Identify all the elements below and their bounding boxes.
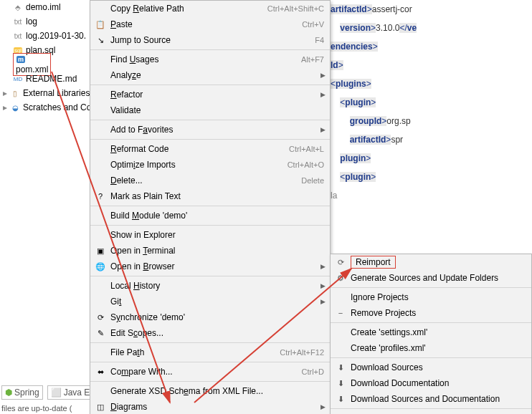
submenu-show-effective-pom[interactable]: Show Effective POM	[331, 410, 531, 414]
chevron-right-icon: ▶	[320, 403, 326, 410]
menu-git[interactable]: Git▶	[90, 294, 330, 309]
menu-label: Open in Terminal	[110, 246, 324, 256]
menu-label: Add to Favorites	[110, 125, 324, 135]
menu-open-in-terminal[interactable]: ▣Open in Terminal	[90, 243, 330, 259]
menu-delete-[interactable]: Delete...Delete	[90, 173, 330, 188]
tree-label: log	[26, 16, 37, 27]
shortcut: Ctrl+Alt+L	[289, 145, 324, 153]
submenu-label: Generate Sources and Update Folders	[351, 273, 498, 283]
menu-local-history[interactable]: Local History▶	[90, 278, 330, 294]
chevron-right-icon: ▶	[320, 282, 326, 289]
maven-submenu[interactable]: ⟳Reimport⚙Generate Sources and Update Fo…	[330, 254, 532, 414]
open-in-terminal-icon: ▣	[95, 246, 106, 256]
tree-label: README.md	[26, 74, 77, 84]
submenu-download-sources[interactable]: ⬇Download Sources	[331, 360, 531, 375]
tree-file-README.md[interactable]: MDREADME.md	[0, 72, 104, 86]
status-spring[interactable]: ⬢Spring	[1, 385, 43, 400]
menu-generate-xsd-schema-from-xml-file-[interactable]: Generate XSD Schema from XML File...	[90, 383, 330, 399]
submenu-label: Ignore Projects	[351, 292, 409, 302]
submenu-label: Download Sources and Documentation	[351, 394, 500, 404]
menu-edit-scopes-[interactable]: ✎Edit Scopes...	[90, 325, 330, 341]
shortcut: Ctrl+D	[302, 367, 324, 376]
submenu-icon: −	[335, 309, 346, 317]
submenu-generate-sources-and-update-folders[interactable]: ⚙Generate Sources and Update Folders	[331, 270, 531, 286]
shortcut: Alt+F7	[301, 55, 324, 64]
chevron-right-icon: ▸	[3, 88, 7, 98]
menu-label: Open in Browser	[110, 261, 324, 271]
edit-scopes--icon: ✎	[95, 329, 106, 338]
submenu-remove-projects[interactable]: −Remove Projects	[331, 305, 531, 321]
submenu-icon: ⬇	[335, 363, 346, 372]
submenu-label: Download Documentation	[351, 378, 449, 388]
tree-root-Scratches-and-Cons[interactable]: ▸◒Scratches and Cons	[0, 100, 104, 115]
menu-optimize-imports[interactable]: Optimize ImportsCtrl+Alt+O	[90, 157, 330, 173]
menu-label: Refactor	[110, 90, 324, 100]
shortcut: Ctrl+Alt+O	[288, 160, 324, 169]
compare-with--icon: ⬌	[95, 367, 106, 377]
menu-label: Find Usages	[110, 54, 301, 64]
tree-label: External Libraries	[23, 88, 90, 98]
menu-label: File Path	[110, 347, 280, 357]
tree-label: pom.xml	[16, 64, 48, 74]
menu-jump-to-source[interactable]: ↘Jump to SourceF4	[90, 32, 330, 48]
menu-validate[interactable]: Validate	[90, 102, 330, 118]
menu-label: Git	[110, 297, 324, 307]
tree-label: log.2019-01-30.	[26, 31, 86, 41]
menu-file-path[interactable]: File PathCtrl+Alt+F12	[90, 345, 330, 360]
menu-label: Reformat Code	[110, 144, 289, 154]
menu-copy-relative-path[interactable]: Copy Relative PathCtrl+Alt+Shift+C	[90, 1, 330, 16]
menu-analyze[interactable]: Analyze▶	[90, 67, 330, 83]
menu-label: Generate XSD Schema from XML File...	[110, 386, 324, 396]
menu-find-usages[interactable]: Find UsagesAlt+F7	[90, 52, 330, 67]
submenu-download-sources-and-documentation[interactable]: ⬇Download Sources and Documentation	[331, 391, 531, 407]
tree-file-log[interactable]: txtlog	[0, 14, 104, 29]
menu-show-in-explorer[interactable]: Show in Explorer	[90, 227, 330, 243]
md-icon: MD	[13, 74, 23, 84]
submenu-download-documentation[interactable]: ⬇Download Documentation	[331, 375, 531, 391]
menu-open-in-browser[interactable]: 🌐Open in Browser▶	[90, 259, 330, 274]
submenu-label: Create 'settings.xml'	[351, 327, 427, 337]
menu-paste[interactable]: 📋PasteCtrl+V	[90, 16, 330, 32]
submenu-reimport[interactable]: ⟳Reimport	[331, 254, 531, 270]
diagrams-icon: ◫	[95, 403, 106, 412]
submenu-icon: ⚙	[335, 274, 346, 283]
project-tree[interactable]: ⬘demo.imltxtlogtxtlog.2019-01-30.sqlplan…	[0, 0, 104, 387]
tree-file-log.2019-01-30.[interactable]: txtlog.2019-01-30.	[0, 29, 104, 43]
shortcut: Ctrl+Alt+F12	[280, 348, 324, 357]
menu-label: Copy Relative Path	[110, 4, 267, 14]
submenu-label: Download Sources	[351, 362, 423, 372]
context-menu[interactable]: Copy Relative PathCtrl+Alt+Shift+C📋Paste…	[90, 0, 331, 414]
menu-label: Synchronize 'demo'	[110, 312, 324, 322]
log-icon: txt	[13, 16, 23, 27]
menu-reformat-code[interactable]: Reformat CodeCtrl+Alt+L	[90, 141, 330, 157]
menu-diagrams[interactable]: ◫Diagrams▶	[90, 399, 330, 414]
submenu-create-settings-xml-[interactable]: Create 'settings.xml'	[331, 324, 531, 340]
menu-label: Delete...	[110, 175, 301, 186]
submenu-create-profiles-xml-[interactable]: Create 'profiles.xml'	[331, 340, 531, 356]
xml-icon: m	[16, 54, 26, 64]
tree-file-pom.xml[interactable]: m pom.xml	[0, 57, 104, 72]
menu-refactor[interactable]: Refactor▶	[90, 87, 330, 102]
chevron-right-icon: ▶	[320, 126, 326, 133]
scratch-icon: ◒	[10, 102, 20, 112]
bottom-message: files are up-to-date (	[1, 404, 72, 413]
submenu-label: Reimport	[356, 257, 391, 267]
tree-file-demo.iml[interactable]: ⬘demo.iml	[0, 0, 104, 14]
chevron-right-icon: ▸	[3, 102, 7, 112]
menu-label: Paste	[110, 19, 302, 29]
menu-build-module-demo-[interactable]: Build Module 'demo'	[90, 208, 330, 223]
iml-icon: ⬘	[13, 2, 23, 12]
shortcut: Ctrl+V	[302, 20, 324, 29]
menu-synchronize-demo-[interactable]: ⟳Synchronize 'demo'	[90, 309, 330, 325]
submenu-ignore-projects[interactable]: Ignore Projects	[331, 289, 531, 305]
menu-compare-with-[interactable]: ⬌Compare With...Ctrl+D	[90, 364, 330, 380]
open-in-browser-icon: 🌐	[95, 262, 106, 271]
jump-to-source-icon: ↘	[95, 36, 106, 45]
menu-mark-as-plain-text[interactable]: ?Mark as Plain Text	[90, 188, 330, 204]
menu-add-to-favorites[interactable]: Add to Favorites▶	[90, 122, 330, 138]
menu-label: Show in Explorer	[110, 230, 324, 240]
tree-root-External-Libraries[interactable]: ▸▯External Libraries	[0, 86, 104, 100]
menu-label: Edit Scopes...	[110, 328, 324, 338]
menu-label: Compare With...	[110, 367, 302, 377]
mark-as-plain-text-icon: ?	[95, 192, 106, 201]
